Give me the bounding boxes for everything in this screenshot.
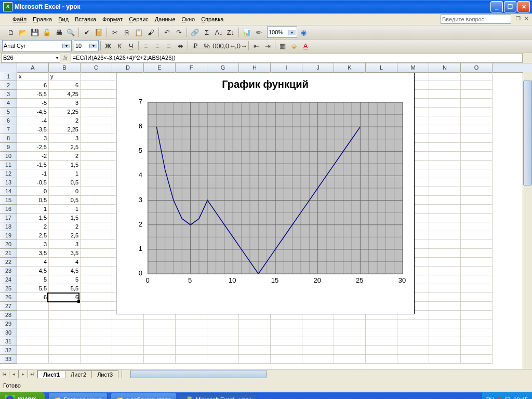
- print-icon[interactable]: 🖶: [53, 26, 64, 38]
- column-header[interactable]: C: [81, 63, 112, 72]
- menu-window[interactable]: Окно: [179, 15, 198, 23]
- row-header[interactable]: 14: [0, 187, 17, 196]
- autosum-icon[interactable]: Σ: [201, 26, 212, 38]
- cell[interactable]: [461, 116, 493, 125]
- cell[interactable]: [429, 258, 461, 267]
- cell[interactable]: [271, 346, 302, 355]
- cell[interactable]: [429, 320, 461, 328]
- cell[interactable]: [81, 258, 112, 267]
- cell[interactable]: [429, 311, 461, 320]
- taskbar-button[interactable]: 📁с рабочего стола: [111, 393, 177, 399]
- save-icon[interactable]: 💾: [29, 26, 41, 38]
- cell[interactable]: [81, 81, 112, 90]
- row-header[interactable]: 22: [0, 258, 17, 267]
- new-icon[interactable]: 🗋: [5, 26, 17, 38]
- cell[interactable]: [461, 178, 493, 187]
- fill-color-icon[interactable]: ⬙: [288, 40, 300, 51]
- cell[interactable]: [81, 214, 112, 222]
- menu-view[interactable]: Вид: [55, 15, 72, 23]
- percent-icon[interactable]: %: [201, 40, 212, 51]
- row-header[interactable]: 20: [0, 240, 17, 249]
- row-header[interactable]: 9: [0, 143, 17, 152]
- horizontal-scroll-thumb[interactable]: [130, 370, 267, 378]
- cell[interactable]: [461, 169, 493, 178]
- hyperlink-icon[interactable]: 🔗: [189, 26, 201, 38]
- cell[interactable]: [81, 302, 112, 311]
- cell[interactable]: [461, 267, 493, 275]
- cell[interactable]: -5: [17, 99, 49, 108]
- cell[interactable]: -2,5: [17, 143, 49, 152]
- cell[interactable]: 3,5: [17, 249, 49, 258]
- row-header[interactable]: 29: [0, 320, 17, 328]
- clock[interactable]: 10:45: [513, 396, 528, 399]
- worksheet-area[interactable]: ABCDEFGHIJKLMNO 1xy2-663-5,54,254-535-4,…: [0, 63, 532, 369]
- cell[interactable]: [461, 205, 493, 214]
- cell[interactable]: 2: [49, 152, 81, 161]
- cell[interactable]: 5: [49, 275, 81, 284]
- decrease-indent-icon[interactable]: ⇤: [250, 40, 262, 51]
- cell[interactable]: [429, 108, 461, 116]
- format-painter-icon[interactable]: 🖌: [145, 26, 156, 38]
- cell[interactable]: [271, 328, 302, 337]
- row-header[interactable]: 19: [0, 231, 17, 240]
- cell[interactable]: [144, 346, 176, 355]
- column-header[interactable]: J: [302, 63, 334, 72]
- cell[interactable]: [81, 320, 112, 328]
- column-header[interactable]: F: [176, 63, 207, 72]
- cell[interactable]: [17, 346, 49, 355]
- cell[interactable]: -2: [17, 152, 49, 161]
- cell[interactable]: [366, 328, 397, 337]
- row-header[interactable]: 18: [0, 222, 17, 231]
- cell[interactable]: [81, 125, 112, 134]
- cell[interactable]: 0,5: [49, 178, 81, 187]
- close-button[interactable]: ✕: [517, 1, 530, 12]
- cell[interactable]: [81, 169, 112, 178]
- open-icon[interactable]: 📂: [17, 26, 29, 38]
- cell[interactable]: [461, 320, 493, 328]
- cell[interactable]: -3,5: [17, 125, 49, 134]
- cell[interactable]: [461, 328, 493, 337]
- cell[interactable]: 1: [49, 169, 81, 178]
- cell[interactable]: [239, 337, 271, 346]
- cell[interactable]: [81, 249, 112, 258]
- row-header[interactable]: 28: [0, 311, 17, 320]
- cell[interactable]: [49, 337, 81, 346]
- cell[interactable]: [429, 143, 461, 152]
- cell[interactable]: [144, 328, 176, 337]
- cell[interactable]: [461, 240, 493, 249]
- cell[interactable]: -5,5: [17, 90, 49, 99]
- horizontal-scrollbar[interactable]: [122, 370, 532, 378]
- cell[interactable]: [49, 355, 81, 364]
- formula-input[interactable]: =ЕСЛИ(A26<-3;(A26+4)^2+2;ABS(A26)): [71, 53, 523, 63]
- italic-icon[interactable]: К: [114, 40, 125, 51]
- cell[interactable]: 2: [49, 222, 81, 231]
- cell[interactable]: 2,5: [49, 231, 81, 240]
- cell[interactable]: [461, 337, 493, 346]
- tab-last-icon[interactable]: ▸I: [28, 370, 37, 378]
- cell[interactable]: [334, 328, 366, 337]
- cell[interactable]: [334, 346, 366, 355]
- column-header[interactable]: K: [334, 63, 366, 72]
- column-header[interactable]: O: [461, 63, 493, 72]
- permission-icon[interactable]: 🔓: [41, 26, 52, 38]
- help-icon[interactable]: ◉: [298, 26, 309, 38]
- row-header[interactable]: 16: [0, 205, 17, 214]
- cell[interactable]: [49, 302, 81, 311]
- row-header[interactable]: 24: [0, 275, 17, 284]
- cell[interactable]: [81, 134, 112, 143]
- cell[interactable]: 0: [49, 187, 81, 196]
- row-header[interactable]: 15: [0, 196, 17, 205]
- cell[interactable]: -1: [17, 169, 49, 178]
- bold-icon[interactable]: Ж: [102, 40, 114, 51]
- cell[interactable]: [112, 337, 144, 346]
- cell[interactable]: 2,5: [49, 143, 81, 152]
- align-center-icon[interactable]: ≡: [152, 40, 163, 51]
- cell[interactable]: [429, 81, 461, 90]
- paste-icon[interactable]: 📋: [133, 26, 144, 38]
- cell[interactable]: [239, 320, 271, 328]
- cell[interactable]: [429, 90, 461, 99]
- column-header[interactable]: I: [271, 63, 302, 72]
- cell[interactable]: 4: [49, 258, 81, 267]
- column-header[interactable]: H: [239, 63, 271, 72]
- increase-decimal-icon[interactable]: ,0←: [224, 40, 235, 51]
